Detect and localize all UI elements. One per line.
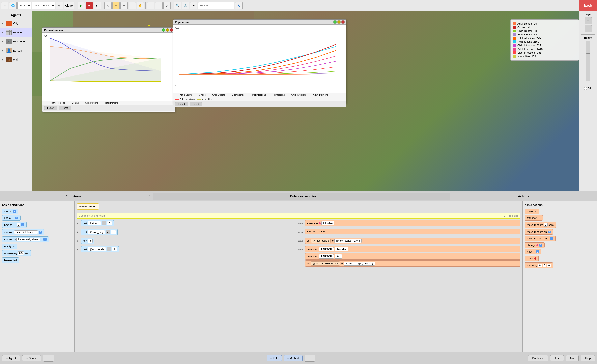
rule2-test-block[interactable]: test @stop_flag = 1: [81, 229, 118, 235]
rule1-action-block[interactable]: message initialize: [305, 220, 520, 226]
play-btn[interactable]: ▶: [78, 2, 85, 9]
move-random-on-help[interactable]: ?: [548, 231, 551, 233]
rule2-var[interactable]: @stop_flag: [88, 230, 105, 234]
rule3-var[interactable]: @Plot_cycles: [311, 239, 330, 243]
chart-main-reset[interactable]: Reset: [59, 106, 71, 110]
rule1-var[interactable]: first_run: [88, 221, 101, 225]
pencil-btn[interactable]: ✏: [112, 2, 120, 9]
rule2-action-block[interactable]: stop-simulation: [305, 229, 520, 234]
see-a-help[interactable]: ?: [15, 217, 18, 219]
condition-stacked[interactable]: stacked immediately above ?: [2, 229, 44, 235]
move-random-on-a-help[interactable]: ?: [550, 237, 553, 240]
layer-plus-btn[interactable]: +: [584, 17, 592, 24]
condition-empty[interactable]: empty →: [2, 244, 17, 249]
chart-pop-minimize[interactable]: [337, 20, 341, 23]
action-move-random[interactable]: move-random 1 cells: [525, 222, 556, 228]
action-move-random-on-a[interactable]: move-random-on-a ?: [525, 236, 556, 241]
chart-main-export[interactable]: Export: [44, 106, 57, 110]
change-help[interactable]: ?: [539, 244, 542, 247]
hide-rules-label[interactable]: ▲ Hide 4 rules: [503, 215, 518, 217]
action-new[interactable]: new → ?: [525, 249, 542, 255]
stacked-val[interactable]: immediately above: [14, 230, 38, 234]
rule2-val[interactable]: 1: [111, 230, 116, 234]
plus-btn[interactable]: +: [155, 2, 163, 9]
action-move-random-on[interactable]: move-random-on ?: [525, 229, 553, 234]
action-transport[interactable]: transport →: [525, 215, 543, 221]
minus-btn-left[interactable]: −: [43, 355, 54, 362]
chart-pop-reset[interactable]: Reset: [190, 102, 202, 106]
hand-btn[interactable]: ✋: [137, 2, 144, 9]
toolbar-mode-btn[interactable]: ≡: [1, 2, 8, 9]
rule1-val[interactable]: 0: [107, 221, 112, 225]
height-slider[interactable]: [586, 41, 590, 81]
step-btn[interactable]: ▶|: [94, 2, 101, 9]
rule3-key-block[interactable]: key d: [81, 238, 94, 244]
add-method-btn[interactable]: + Method: [284, 355, 303, 361]
rect-btn[interactable]: ▭: [120, 2, 128, 9]
action-erase[interactable]: erase: [525, 256, 539, 261]
refresh-btn[interactable]: ↺: [56, 2, 63, 9]
rule4-val[interactable]: 1: [112, 247, 117, 251]
see-help[interactable]: ?: [13, 210, 16, 213]
sim-canvas[interactable]: Population_main 756 0: [32, 11, 579, 191]
chart-pop-export[interactable]: Export: [175, 102, 188, 106]
stacked-a-help[interactable]: ?: [43, 238, 47, 241]
add-shape-btn[interactable]: + Shape: [22, 355, 41, 361]
eraser-btn[interactable]: ◫: [128, 2, 136, 9]
arrow-down-btn[interactable]: ↙: [163, 2, 171, 9]
condition-see-a[interactable]: see-a ← ?: [2, 215, 21, 221]
stacked-help[interactable]: ?: [39, 231, 42, 233]
rule1-test-block[interactable]: test first_run = 0: [81, 220, 114, 226]
rule4-bc2-person[interactable]: PERSON: [319, 254, 334, 258]
rotate-by-n1[interactable]: 0: [538, 263, 542, 267]
arrow-right-btn[interactable]: →: [147, 2, 155, 9]
stop-btn[interactable]: ■: [86, 2, 93, 9]
test-btn[interactable]: Test: [550, 355, 564, 361]
rule4-broadcast2[interactable]: broadcast PERSON Act: [305, 253, 520, 260]
while-running-block[interactable]: while-running: [77, 203, 99, 209]
back-button[interactable]: back: [579, 0, 597, 11]
new-help[interactable]: ?: [536, 250, 539, 253]
rotate-by-n2[interactable]: 0: [543, 263, 546, 267]
chart-main-close[interactable]: [170, 28, 173, 32]
condition-see[interactable]: see → ?: [2, 209, 18, 214]
agent-mosquito[interactable]: ▶ 🦟 mosquito: [0, 37, 32, 46]
agent-wall[interactable]: ▶ ▦ wall: [0, 55, 32, 64]
next-to-num[interactable]: 2: [16, 223, 20, 227]
chart-pop-close[interactable]: [341, 20, 345, 23]
chart-main-maximize[interactable]: [162, 28, 165, 32]
rule4-bc2-act[interactable]: Act: [335, 254, 342, 258]
rule4-test-block[interactable]: test @run_mode = 1: [81, 246, 119, 252]
add-rule-btn[interactable]: + Rule: [267, 355, 282, 361]
add-agent-btn[interactable]: + Agent: [2, 355, 20, 361]
condition-is-selected[interactable]: is-selected: [2, 257, 19, 263]
help-btn[interactable]: Help: [581, 355, 595, 361]
next-to-help[interactable]: ?: [21, 224, 24, 226]
zoom-btn[interactable]: 🔍: [174, 2, 181, 9]
search-input[interactable]: [198, 2, 235, 9]
duplicate-btn[interactable]: Duplicate: [528, 355, 548, 361]
anchor-btn[interactable]: ⚓: [182, 2, 189, 9]
world-type-select[interactable]: dense_world_: [32, 2, 55, 9]
cursor-btn[interactable]: ↖: [104, 2, 112, 9]
agent-monitor[interactable]: ▶ monitor: [0, 28, 32, 37]
condition-next-to[interactable]: next-to ← 2 ?: [2, 222, 27, 228]
rule4-var[interactable]: @run_mode: [88, 247, 106, 251]
rule4-expr[interactable]: agents_of_type("Person"): [344, 262, 375, 265]
action-move[interactable]: move →: [525, 209, 539, 214]
rule4-set-block[interactable]: set @TOTAL_PERSONS to agents_of_type("Pe…: [305, 260, 520, 267]
agent-person[interactable]: ▶ 👤 person: [0, 46, 32, 55]
chart-main-minimize[interactable]: [166, 28, 169, 32]
move-random-num[interactable]: 1: [544, 223, 548, 227]
search-btn[interactable]: 🐾: [235, 2, 243, 9]
rotate-by-n3[interactable]: 0: [547, 263, 551, 267]
minus-btn-mid[interactable]: −: [305, 355, 315, 362]
comment-placeholder[interactable]: Comment this function: [79, 214, 105, 217]
layer-minus-btn[interactable]: −: [584, 25, 592, 32]
action-change[interactable]: change ?: [525, 242, 545, 248]
condition-stacked-a[interactable]: stacked-a immediately above a ?: [2, 236, 49, 242]
clone-btn[interactable]: Clone: [64, 2, 74, 9]
rule3-set-block[interactable]: set @Plot_cycles to (@plot_cycles + 1)%3: [305, 238, 520, 244]
rule1-initialize[interactable]: initialize: [322, 221, 334, 225]
toolbar-globe-btn[interactable]: 🌐: [9, 2, 16, 9]
